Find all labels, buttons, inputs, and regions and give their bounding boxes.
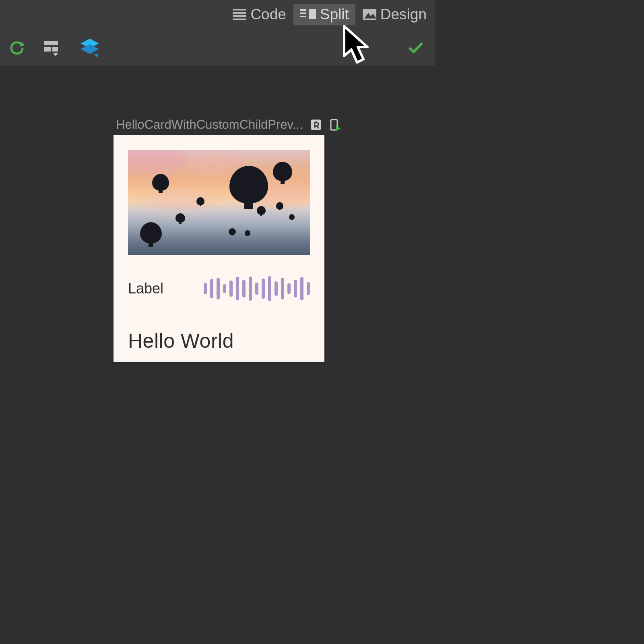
preview-name: HelloCardWithCustomChildPrev... bbox=[116, 118, 303, 132]
run-on-device-icon[interactable] bbox=[330, 119, 341, 131]
lines-icon bbox=[233, 8, 246, 21]
svg-rect-18 bbox=[311, 120, 321, 130]
status-ok[interactable] bbox=[408, 41, 423, 54]
view-mode-code[interactable]: Code bbox=[226, 4, 292, 25]
waveform-icon bbox=[204, 276, 310, 301]
svg-marker-20 bbox=[336, 126, 341, 131]
view-mode-bar: Code Split Design bbox=[0, 0, 435, 29]
interactive-preview-icon[interactable] bbox=[310, 119, 322, 131]
svg-rect-13 bbox=[52, 47, 58, 52]
preview-toolbar bbox=[0, 29, 435, 66]
refresh-icon bbox=[9, 39, 25, 56]
svg-rect-12 bbox=[44, 47, 51, 52]
split-icon bbox=[300, 8, 316, 21]
view-mode-split-label: Split bbox=[320, 6, 349, 23]
preview-header: HelloCardWithCustomChildPrev... bbox=[116, 118, 341, 132]
preview-card[interactable]: Label Hello World bbox=[114, 135, 324, 362]
surface-select-icon bbox=[43, 39, 61, 56]
svg-marker-10 bbox=[20, 42, 25, 47]
image-icon bbox=[363, 9, 376, 20]
svg-marker-14 bbox=[53, 53, 58, 56]
svg-rect-7 bbox=[309, 9, 316, 19]
svg-rect-11 bbox=[44, 41, 58, 45]
svg-marker-16 bbox=[80, 44, 99, 54]
card-label: Label bbox=[128, 280, 163, 297]
ok-check-icon bbox=[408, 41, 423, 54]
refresh-button[interactable] bbox=[9, 39, 25, 56]
surface-select-button[interactable] bbox=[43, 39, 61, 56]
view-mode-design[interactable]: Design bbox=[356, 4, 433, 25]
card-title: Hello World bbox=[128, 329, 310, 353]
design-canvas[interactable]: HelloCardWithCustomChildPrev... bbox=[0, 66, 435, 435]
view-mode-split[interactable]: Split bbox=[293, 4, 355, 25]
card-image bbox=[128, 150, 310, 255]
svg-marker-17 bbox=[94, 54, 99, 57]
view-mode-design-label: Design bbox=[380, 6, 427, 23]
card-label-row: Label bbox=[128, 276, 310, 301]
view-mode-code-label: Code bbox=[250, 6, 286, 23]
layers-icon bbox=[80, 38, 100, 57]
layers-button[interactable] bbox=[80, 38, 100, 57]
